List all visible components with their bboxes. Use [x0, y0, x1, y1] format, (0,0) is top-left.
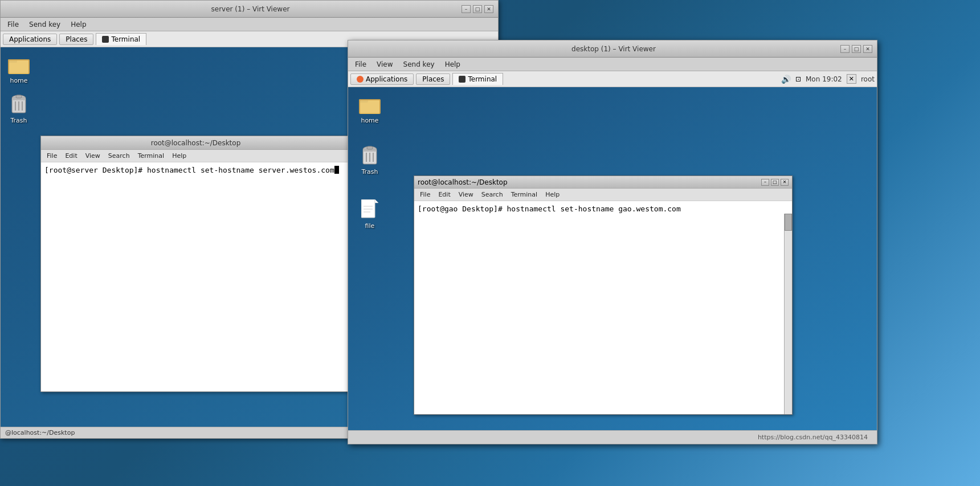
- server-menubar: File Send key Help: [1, 18, 498, 31]
- server-menu-sendkey[interactable]: Send key: [24, 19, 65, 30]
- server-terminal-tab[interactable]: Terminal: [96, 33, 146, 45]
- desktop-terminal-title: root@localhost:~/Desktop – □ ✕: [414, 176, 792, 189]
- dt-term-view[interactable]: View: [455, 190, 477, 199]
- server-trash-can-icon: [7, 93, 30, 116]
- desktop-menubar: File View Send key Help: [348, 58, 877, 71]
- server-term-view[interactable]: View: [82, 152, 104, 160]
- server-menu-file[interactable]: File: [3, 19, 23, 30]
- desktop-places-btn[interactable]: Places: [416, 73, 450, 85]
- svg-marker-24: [375, 199, 378, 203]
- desktop-terminal-tab-icon: [459, 76, 466, 83]
- server-window-title: server (1) – Virt Viewer: [39, 5, 462, 13]
- url-bar: https://blog.csdn.net/qq_43340814: [753, 432, 872, 442]
- desktop-terminal-tab-label: Terminal: [468, 75, 497, 83]
- server-cursor: [334, 166, 339, 174]
- desktop-terminal-menubar: File Edit View Search Terminal Help: [414, 189, 792, 201]
- desktop-inner-minimize-btn[interactable]: –: [761, 179, 769, 186]
- dt-term-file[interactable]: File: [416, 190, 434, 199]
- desktop-applications-btn[interactable]: Applications: [350, 73, 414, 85]
- current-user: root: [861, 75, 875, 83]
- server-terminal-menubar: File Edit View Search Terminal Help: [41, 150, 350, 162]
- dt-term-search[interactable]: Search: [478, 190, 507, 199]
- desktop-win-controls: – □ ✕: [840, 45, 872, 53]
- server-term-edit[interactable]: Edit: [62, 152, 80, 160]
- server-term-file[interactable]: File: [43, 152, 60, 160]
- server-terminal-window: root@localhost:~/Desktop File Edit View …: [40, 136, 351, 392]
- desktop-close-btn[interactable]: ✕: [863, 45, 872, 53]
- terminal-tab-icon: [102, 36, 109, 43]
- desktop-minimize-btn[interactable]: –: [840, 45, 850, 53]
- desktop-window-title: desktop (1) – Virt Viewer: [387, 45, 840, 53]
- desktop-menu-sendkey[interactable]: Send key: [399, 59, 439, 70]
- desktop-inner-maximize-btn[interactable]: □: [771, 179, 779, 186]
- svg-rect-3: [9, 60, 28, 73]
- server-menu-help[interactable]: Help: [66, 19, 91, 30]
- terminal-scrollbar[interactable]: [784, 214, 792, 414]
- volume-icon[interactable]: 🔊: [781, 75, 791, 84]
- svg-rect-17: [363, 149, 377, 152]
- desktop-inner-close-btn[interactable]: ✕: [781, 179, 789, 186]
- desktop-maximize-btn[interactable]: □: [852, 45, 861, 53]
- desktop-terminal-tab[interactable]: Terminal: [452, 73, 503, 85]
- svg-rect-22: [361, 199, 375, 218]
- desktop-menu-view[interactable]: View: [372, 59, 397, 70]
- server-home-label: home: [10, 77, 27, 84]
- server-home-icon[interactable]: home: [2, 53, 36, 84]
- server-applications-btn[interactable]: Applications: [3, 34, 57, 45]
- svg-rect-14: [360, 100, 379, 113]
- datetime: Mon 19:02: [806, 75, 842, 83]
- desktop-toolbar: Applications Places Terminal 🔊 ⊡ Mon 19:…: [348, 71, 877, 87]
- desktop-virt-viewer: desktop (1) – Virt Viewer – □ ✕ File Vie…: [348, 40, 877, 444]
- server-term-terminal[interactable]: Terminal: [134, 152, 168, 160]
- server-term-help[interactable]: Help: [169, 152, 190, 160]
- desktop-title-bar: desktop (1) – Virt Viewer – □ ✕: [348, 40, 877, 58]
- desktop-file-label: file: [365, 222, 375, 230]
- desktop-trash-label: Trash: [361, 168, 378, 175]
- dt-term-terminal[interactable]: Terminal: [508, 190, 541, 199]
- desktop-outer-taskbar: https://blog.csdn.net/qq_43340814: [348, 430, 877, 444]
- desktop-content: home Trash: [348, 87, 877, 430]
- server-trash-icon[interactable]: Trash: [2, 93, 36, 124]
- system-tray: 🔊 ⊡ Mon 19:02 ✕ root: [781, 74, 875, 84]
- server-terminal-prompt: [root@server Desktop]# hostnamectl set-h…: [44, 166, 347, 174]
- terminal-scrollbar-thumb[interactable]: [785, 214, 792, 231]
- server-maximize-btn[interactable]: □: [473, 5, 482, 13]
- desktop-home-folder-icon: [358, 93, 381, 116]
- desktop-terminal-body[interactable]: [root@gao Desktop]# hostnamectl set-host…: [414, 201, 792, 414]
- desktop-menu-file[interactable]: File: [350, 59, 371, 70]
- server-terminal-body[interactable]: [root@server Desktop]# hostnamectl set-h…: [41, 162, 350, 391]
- svg-rect-6: [12, 98, 26, 100]
- desktop-file-icon[interactable]: file: [353, 198, 387, 230]
- server-win-controls: – □ ✕: [462, 5, 493, 13]
- server-title-bar: server (1) – Virt Viewer – □ ✕: [1, 1, 498, 18]
- svg-rect-10: [16, 95, 22, 98]
- dt-term-edit[interactable]: Edit: [435, 190, 454, 199]
- desktop-trash-can-icon: [358, 144, 381, 167]
- server-terminal-tab-label: Terminal: [111, 35, 140, 43]
- server-home-folder-icon: [7, 53, 30, 76]
- dt-term-help[interactable]: Help: [542, 190, 563, 199]
- desktop-inner-win-controls: – □ ✕: [761, 179, 789, 186]
- desktop-menu-help[interactable]: Help: [440, 59, 465, 70]
- close-session-icon[interactable]: ✕: [847, 74, 856, 84]
- server-terminal-title: root@localhost:~/Desktop: [41, 136, 350, 150]
- desktop-home-icon[interactable]: home: [353, 93, 387, 124]
- svg-rect-21: [367, 146, 373, 149]
- screen-icon: ⊡: [795, 75, 801, 83]
- server-trash-label: Trash: [10, 117, 27, 124]
- server-places-btn[interactable]: Places: [59, 34, 93, 45]
- server-close-btn[interactable]: ✕: [484, 5, 493, 13]
- desktop-home-label: home: [361, 117, 378, 124]
- server-term-search[interactable]: Search: [105, 152, 133, 160]
- desktop-trash-icon[interactable]: Trash: [353, 144, 387, 175]
- desktop-terminal-window: root@localhost:~/Desktop – □ ✕ File Edit…: [414, 175, 793, 415]
- desktop-document-icon: [358, 198, 381, 221]
- desktop-terminal-prompt: [root@gao Desktop]# hostnamectl set-host…: [418, 205, 781, 213]
- server-minimize-btn[interactable]: –: [462, 5, 471, 13]
